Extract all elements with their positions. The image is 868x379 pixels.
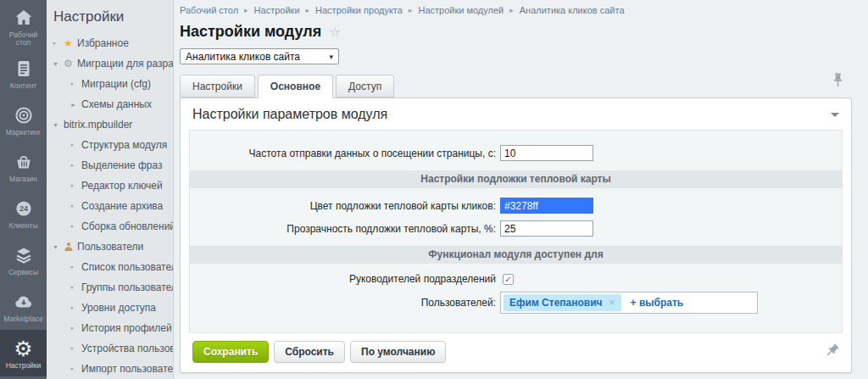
module-settings-panel: Настройки параметров модуля Частота отпр…: [180, 98, 852, 373]
nav-item-content[interactable]: Контент: [0, 50, 47, 97]
bullet-icon: ▪: [70, 81, 81, 88]
nav-item-label: Рабочий стол: [2, 31, 46, 47]
star-icon: ★: [64, 38, 77, 48]
sidebar-item-label: Выделение фраз: [81, 159, 163, 171]
expand-down-icon: ▼: [53, 244, 64, 250]
favorite-star-icon[interactable]: ☆: [329, 25, 340, 40]
tab-main[interactable]: Основное: [258, 75, 333, 98]
breadcrumb-settings[interactable]: Настройки: [254, 5, 300, 15]
group-header-access: Функционал модуля доступен для: [190, 246, 842, 264]
basket-icon: [14, 151, 34, 173]
module-select[interactable]: Аналитика кликов сайта ▾: [180, 48, 339, 64]
field-label: Прозрачность подложки тепловой карты, %:: [190, 223, 500, 235]
add-user-button[interactable]: + выбрать: [631, 297, 684, 309]
default-button[interactable]: По умолчанию: [350, 341, 446, 363]
nav-item-shop[interactable]: Магазин: [0, 143, 47, 190]
sidebar-item-migrations-cfg[interactable]: ▪ Миграции (cfg): [47, 74, 173, 94]
sidebar-item-archive[interactable]: ▪ Создание архива: [47, 196, 173, 216]
bullet-icon: ▪: [70, 223, 81, 231]
sidebar-item-label: История профилей: [81, 322, 172, 334]
nav-item-label: Marketplace: [3, 315, 42, 323]
breadcrumb-click-analytics[interactable]: Аналитика кликов сайта: [520, 5, 625, 15]
nav-item-desktop[interactable]: Рабочий стол: [0, 3, 47, 50]
gear-icon: ⚙: [64, 59, 77, 69]
settings-tree-sidebar: Настройки ▪ ★ Избранное ▼ ⚙ Миграции для…: [47, 0, 174, 379]
form-row-opacity: Прозрачность подложки тепловой карты, %:: [190, 220, 842, 237]
pin-tilted-icon[interactable]: [825, 343, 839, 358]
sidebar-item-label: Миграции для разработчик: [77, 58, 173, 70]
sidebar-item-module-structure[interactable]: ▪ Структура модуля: [47, 135, 173, 155]
sidebar-item-user-groups[interactable]: ▪ Группы пользователей: [47, 277, 173, 298]
nav-item-label: Клиенты: [8, 222, 37, 230]
save-button[interactable]: Сохранить: [192, 341, 269, 363]
buttons-bar: Сохранить Сбросить По умолчанию: [181, 333, 851, 372]
sidebar-item-user-list[interactable]: ▪ Список пользователей: [47, 257, 173, 277]
nav-item-label: Контент: [10, 82, 37, 90]
nav-item-marketplace[interactable]: Marketplace: [0, 283, 47, 330]
sidebar-item-label: Уровни доступа: [81, 302, 156, 314]
sidebar-item-profile-history[interactable]: ▪ История профилей: [47, 318, 173, 338]
users-tag-input[interactable]: Ефим Степанович × + выбрать: [500, 292, 758, 314]
sidebar-item-access-levels[interactable]: ▪ Уровни доступа: [47, 298, 173, 318]
sidebar-item-label: Редактор ключей: [81, 180, 163, 192]
nav-item-services[interactable]: Сервисы: [0, 237, 47, 283]
expand-right-icon: ►: [70, 102, 81, 108]
nav-item-marketing[interactable]: Маркетинг: [0, 97, 47, 143]
nav-item-clients[interactable]: 24 Клиенты: [0, 190, 47, 237]
bullet-icon: ▪: [70, 264, 81, 271]
sidebar-item-label: Избранное: [77, 37, 129, 49]
main-nav-sidebar: Рабочий стол Контент Маркетинг Магазин 2…: [0, 0, 47, 379]
form-row-users: Пользователей: Ефим Степанович × + выбра…: [190, 292, 842, 314]
nav-item-label: Маркетинг: [6, 129, 41, 137]
frequency-input[interactable]: [500, 145, 593, 161]
reset-button[interactable]: Сбросить: [274, 341, 345, 363]
field-label: Пользователей:: [190, 297, 500, 309]
sidebar-item-user-devices[interactable]: ▪ Устройства пользователей: [47, 338, 173, 359]
expand-down-icon: ▼: [53, 122, 64, 128]
heatmap-color-input[interactable]: [500, 198, 593, 214]
sidebar-item-migrations[interactable]: ▼ ⚙ Миграции для разработчик: [47, 53, 173, 74]
page-title: Настройки модуля: [180, 23, 321, 41]
bullet-icon: ▪: [70, 182, 81, 190]
svg-text:24: 24: [19, 204, 27, 213]
sidebar-item-user-import[interactable]: ▪ Импорт пользователей: [47, 359, 173, 379]
nav-item-label: Магазин: [9, 176, 37, 183]
clients-24-icon: 24: [14, 198, 34, 220]
form-row-frequency: Частота отправки данных о посещении стра…: [190, 145, 842, 161]
breadcrumb-separator-icon: ▸: [244, 6, 248, 14]
nav-item-settings[interactable]: ⚙ Настройки: [0, 330, 47, 376]
remove-tag-icon[interactable]: ×: [609, 297, 615, 309]
bullet-icon: ▪: [53, 40, 64, 47]
field-label: Руководителей подразделений: [190, 273, 500, 285]
bullet-icon: ▪: [70, 284, 81, 292]
breadcrumb: Рабочий стол ▸ Настройки ▸ Настройки про…: [180, 0, 868, 15]
chevron-down-icon: ▾: [329, 53, 333, 61]
sidebar-item-data-schemes[interactable]: ► Схемы данных: [47, 94, 173, 114]
tab-settings[interactable]: Настройки: [180, 75, 255, 98]
sidebar-item-users[interactable]: ▼ Пользователи: [47, 237, 173, 257]
title-row: Настройки модуля ☆: [180, 23, 868, 41]
section-title: Настройки параметров модуля: [192, 107, 387, 122]
sidebar-item-phrase-highlight[interactable]: ▪ Выделение фраз: [47, 155, 173, 176]
bullet-icon: ▪: [70, 365, 81, 373]
panel-header: Настройки параметров модуля: [181, 98, 851, 130]
breadcrumb-desktop[interactable]: Рабочий стол: [180, 5, 238, 15]
breadcrumb-module-settings[interactable]: Настройки модулей: [418, 5, 504, 15]
tabs: Настройки Основное Доступ: [180, 75, 868, 98]
managers-checkbox[interactable]: ✓: [503, 274, 514, 285]
bullet-icon: ▪: [70, 203, 81, 210]
breadcrumb-separator-icon: ▸: [509, 6, 514, 14]
sidebar-item-label: Сборка обновлений: [81, 220, 173, 232]
collapse-section-icon[interactable]: [831, 113, 839, 117]
sidebar-item-mpbuilder[interactable]: ▼ bitrix.mpbuilder: [47, 114, 173, 135]
sidebar-item-favorites[interactable]: ▪ ★ Избранное: [47, 33, 173, 53]
sidebar-item-key-editor[interactable]: ▪ Редактор ключей: [47, 176, 173, 196]
opacity-input[interactable]: [500, 220, 593, 237]
bullet-icon: ▪: [70, 142, 81, 149]
breadcrumb-separator-icon: ▸: [409, 6, 413, 14]
tab-access[interactable]: Доступ: [336, 75, 394, 98]
breadcrumb-product-settings[interactable]: Настройки продукта: [315, 5, 403, 15]
sidebar-item-label: bitrix.mpbuilder: [64, 119, 132, 131]
document-icon: [14, 58, 34, 80]
sidebar-item-updates-build[interactable]: ▪ Сборка обновлений: [47, 216, 173, 237]
